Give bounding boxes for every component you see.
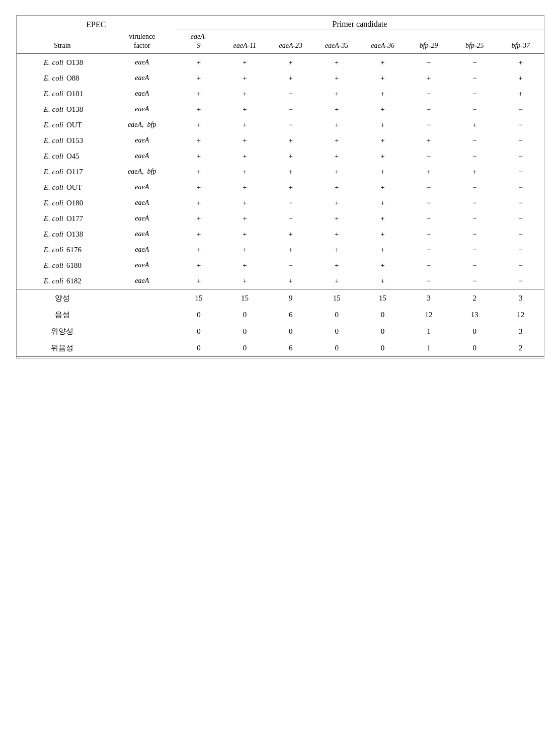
- val-eaeA11: +: [222, 164, 268, 180]
- sum-eaeA23: 9: [268, 290, 313, 307]
- val-eaeA35: +: [313, 102, 359, 117]
- summary-row: 양성 15 15 9 15 15 3 2 3: [17, 290, 544, 307]
- val-bfp25: +: [452, 164, 498, 180]
- val-eaeA36: +: [360, 164, 406, 180]
- sum-eaeA23: 0: [268, 323, 313, 340]
- val-eaeA35: +: [313, 273, 359, 289]
- serotype-cell: O117: [65, 164, 108, 180]
- val-eaeA36: +: [360, 211, 406, 227]
- val-bfp25: −: [452, 86, 498, 102]
- virulence-cell: eaeA, bfp: [108, 117, 176, 133]
- eaeA35-header: eaeA-35: [313, 30, 359, 54]
- sum-bfp25: 13: [452, 307, 498, 323]
- summary-row: 위양성 0 0 0 0 0 1 0 3: [17, 323, 544, 340]
- sum-eaeA36: 0: [360, 307, 406, 323]
- val-bfp37: −: [498, 242, 543, 258]
- table-row: E. coli OUT eaeA, bfp + + − + + − + −: [17, 117, 544, 133]
- val-bfp25: −: [452, 195, 498, 211]
- val-bfp37: −: [498, 117, 543, 133]
- serotype-cell: 6180: [65, 258, 108, 273]
- summary-label-cell: 음성: [17, 307, 109, 323]
- val-eaeA11: +: [222, 133, 268, 149]
- val-eaeA35: +: [313, 164, 359, 180]
- val-eaeA36: +: [360, 102, 406, 117]
- val-bfp25: −: [452, 211, 498, 227]
- val-bfp29: −: [406, 227, 451, 242]
- val-bfp37: −: [498, 164, 543, 180]
- val-eaeA9: +: [176, 242, 221, 258]
- sum-bfp37: 3: [498, 290, 543, 307]
- species-cell: E. coli: [17, 55, 65, 70]
- val-bfp25: −: [452, 242, 498, 258]
- sum-eaeA9: 15: [176, 290, 221, 307]
- table-row: E. coli 6182 eaeA + + + + + − − −: [17, 273, 544, 289]
- summary-label-cell: 양성: [17, 290, 109, 307]
- val-bfp25: −: [452, 149, 498, 164]
- virulence-cell: eaeA: [108, 242, 176, 258]
- val-eaeA23: −: [268, 102, 313, 117]
- summary-virulence-empty: [108, 307, 176, 323]
- virulence-cell: eaeA: [108, 86, 176, 102]
- val-eaeA36: +: [360, 258, 406, 273]
- species-cell: E. coli: [17, 242, 65, 258]
- strain-header: Strain: [17, 30, 109, 54]
- val-bfp29: −: [406, 102, 451, 117]
- table-row: E. coli O138 eaeA + + + + + − − +: [17, 55, 544, 70]
- val-eaeA11: +: [222, 227, 268, 242]
- table-row: E. coli O117 eaeA, bfp + + + + + + + −: [17, 164, 544, 180]
- val-bfp29: −: [406, 180, 451, 195]
- val-bfp29: −: [406, 211, 451, 227]
- eaeA23-header: eaeA-23: [268, 30, 313, 54]
- val-bfp25: −: [452, 227, 498, 242]
- species-cell: E. coli: [17, 227, 65, 242]
- val-eaeA9: +: [176, 86, 221, 102]
- val-eaeA23: +: [268, 70, 313, 86]
- val-eaeA23: −: [268, 258, 313, 273]
- val-eaeA35: +: [313, 258, 359, 273]
- sum-bfp25: 2: [452, 290, 498, 307]
- bfp37-header: bfp-37: [498, 30, 543, 54]
- serotype-cell: O138: [65, 55, 108, 70]
- val-eaeA23: −: [268, 211, 313, 227]
- species-cell: E. coli: [17, 149, 65, 164]
- val-eaeA35: +: [313, 55, 359, 70]
- val-eaeA35: +: [313, 117, 359, 133]
- val-eaeA35: +: [313, 211, 359, 227]
- val-eaeA9: +: [176, 133, 221, 149]
- sum-eaeA35: 0: [313, 323, 359, 340]
- table-row: E. coli O88 eaeA + + + + + + − +: [17, 70, 544, 86]
- val-eaeA9: +: [176, 70, 221, 86]
- summary-label-cell: 위음성: [17, 340, 109, 357]
- table-row: E. coli OUT eaeA + + + + + − − −: [17, 180, 544, 195]
- val-eaeA35: +: [313, 195, 359, 211]
- virulence-cell: eaeA: [108, 211, 176, 227]
- val-eaeA35: +: [313, 242, 359, 258]
- sum-bfp25: 0: [452, 323, 498, 340]
- val-eaeA11: +: [222, 149, 268, 164]
- serotype-cell: OUT: [65, 180, 108, 195]
- serotype-cell: O153: [65, 133, 108, 149]
- val-eaeA11: +: [222, 242, 268, 258]
- val-eaeA9: +: [176, 164, 221, 180]
- val-eaeA35: +: [313, 227, 359, 242]
- val-bfp29: −: [406, 86, 451, 102]
- val-bfp29: −: [406, 195, 451, 211]
- table-row: E. coli O45 eaeA + + + + + − − −: [17, 149, 544, 164]
- val-bfp25: −: [452, 102, 498, 117]
- val-bfp37: −: [498, 273, 543, 289]
- val-eaeA36: +: [360, 133, 406, 149]
- val-bfp37: −: [498, 102, 543, 117]
- val-eaeA11: +: [222, 102, 268, 117]
- val-eaeA36: +: [360, 86, 406, 102]
- val-eaeA23: +: [268, 55, 313, 70]
- val-eaeA11: +: [222, 211, 268, 227]
- table-row: E. coli O138 eaeA + + + + + − − −: [17, 227, 544, 242]
- sum-eaeA35: 15: [313, 290, 359, 307]
- val-eaeA36: +: [360, 273, 406, 289]
- species-cell: E. coli: [17, 211, 65, 227]
- species-cell: E. coli: [17, 102, 65, 117]
- val-eaeA23: −: [268, 195, 313, 211]
- val-eaeA11: +: [222, 86, 268, 102]
- sum-eaeA36: 0: [360, 323, 406, 340]
- val-bfp29: +: [406, 133, 451, 149]
